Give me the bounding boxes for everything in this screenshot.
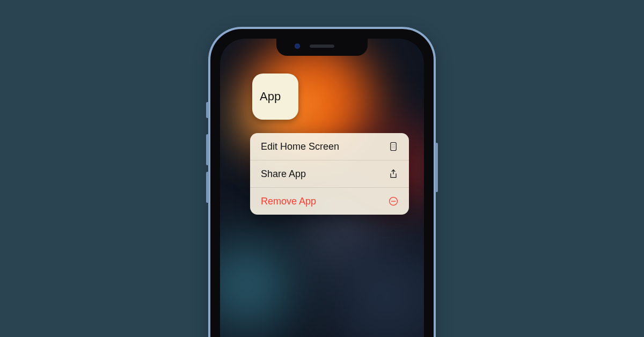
phone-bezel: App Edit Home Screen bbox=[210, 29, 434, 337]
volume-down-button[interactable] bbox=[206, 172, 209, 203]
share-icon bbox=[387, 168, 399, 180]
notch bbox=[276, 39, 368, 56]
menu-item-edit-home-screen[interactable]: Edit Home Screen bbox=[250, 133, 409, 160]
menu-item-label: Remove App bbox=[261, 196, 316, 207]
svg-point-4 bbox=[392, 146, 392, 146]
volume-up-button[interactable] bbox=[206, 134, 209, 165]
silence-switch[interactable] bbox=[206, 102, 209, 118]
menu-item-label: Share App bbox=[261, 169, 306, 180]
context-menu: Edit Home Screen bbox=[250, 133, 409, 215]
phone-frame: App Edit Home Screen bbox=[208, 27, 436, 337]
front-camera bbox=[295, 43, 300, 49]
svg-point-9 bbox=[394, 148, 395, 148]
svg-point-8 bbox=[393, 148, 394, 148]
earpiece bbox=[310, 45, 334, 48]
phone-screen: App Edit Home Screen bbox=[220, 39, 424, 337]
app-icon-label: App bbox=[260, 90, 281, 104]
menu-item-share-app[interactable]: Share App bbox=[250, 160, 409, 188]
menu-item-remove-app[interactable]: Remove App bbox=[250, 188, 409, 215]
svg-point-5 bbox=[393, 146, 394, 146]
minus-circle-icon bbox=[387, 195, 399, 207]
svg-rect-0 bbox=[391, 143, 397, 151]
apps-grid-icon bbox=[387, 141, 399, 152]
power-button[interactable] bbox=[435, 143, 438, 192]
svg-point-7 bbox=[392, 148, 392, 148]
svg-point-6 bbox=[394, 146, 395, 146]
menu-item-label: Edit Home Screen bbox=[261, 141, 339, 152]
app-icon[interactable]: App bbox=[252, 74, 298, 120]
svg-point-3 bbox=[394, 144, 395, 145]
svg-point-2 bbox=[393, 144, 394, 145]
svg-point-1 bbox=[392, 144, 392, 145]
